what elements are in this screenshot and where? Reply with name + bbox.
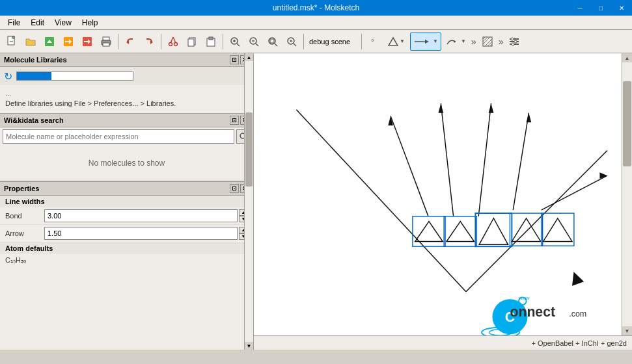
- canvas-area: C onnect .com www ▲ ▼ ◀ ▶ + OpenBabel + …: [254, 53, 632, 350]
- redo-button[interactable]: [140, 32, 158, 51]
- search-input[interactable]: [3, 129, 234, 144]
- title-bar: untitled.msk* - Molsketch ─ □ ✕: [0, 0, 632, 16]
- canvas-scrollbar-v[interactable]: ▲ ▼: [622, 53, 632, 335]
- define-libraries-text: Define libraries using File > Preference…: [5, 99, 176, 107]
- svg-line-46: [488, 42, 492, 46]
- molecule-libraries-header: Molecule Libraries ⊡ ✕: [0, 53, 253, 67]
- svg-point-16: [174, 42, 178, 46]
- svg-line-17: [171, 37, 173, 43]
- curved-arrow-button[interactable]: ▼: [442, 32, 469, 51]
- scroll-thumb-v: [245, 112, 253, 187]
- zoom-100-button[interactable]: [282, 32, 301, 51]
- menu-edit[interactable]: Edit: [25, 17, 49, 29]
- separator-2: [161, 34, 161, 49]
- drawing-canvas[interactable]: C onnect .com www: [254, 53, 622, 339]
- svg-rect-22: [209, 37, 213, 40]
- main-area: Molecule Libraries ⊡ ✕ ↻ ... Define libr…: [0, 53, 632, 350]
- define-text: ... Define libraries using File > Prefer…: [0, 85, 253, 113]
- v-scroll-up-button[interactable]: ▲: [622, 53, 632, 62]
- bond-label: Bond: [5, 212, 44, 220]
- molecule-svg: C onnect .com www: [254, 53, 622, 339]
- arrow-draw-button[interactable]: ▼: [410, 32, 441, 51]
- svg-text:.com: .com: [569, 309, 586, 318]
- v-scroll-down-button[interactable]: ▼: [622, 326, 632, 335]
- export-button[interactable]: [59, 32, 77, 51]
- scene-label: debug scene: [307, 38, 359, 46]
- wikidata-search-panel: Wi&kidata search ⊡ ✕ No molecules to sho…: [0, 114, 253, 181]
- cut-button[interactable]: [164, 32, 182, 51]
- arrow-right-button[interactable]: [78, 32, 96, 51]
- svg-marker-39: [425, 40, 429, 44]
- triangle-button[interactable]: ▼: [383, 32, 409, 51]
- svg-rect-1: [12, 36, 14, 38]
- svg-point-53: [512, 43, 514, 46]
- status-text: + OpenBabel + InChI + gen2d: [532, 339, 627, 347]
- loading-bar: ↻: [0, 67, 253, 85]
- left-panel-scrollbar[interactable]: ▲ ▼: [244, 53, 253, 350]
- arrow-input[interactable]: 1.50: [44, 227, 238, 240]
- settings-tool-button[interactable]: [505, 32, 523, 51]
- svg-rect-2: [10, 41, 13, 42]
- minimize-button[interactable]: ─: [570, 0, 590, 16]
- new-button[interactable]: [3, 32, 21, 51]
- svg-point-52: [514, 40, 517, 43]
- close-button[interactable]: ✕: [611, 0, 632, 16]
- left-panel: Molecule Libraries ⊡ ✕ ↻ ... Define libr…: [0, 53, 254, 350]
- mol-lib-restore-button[interactable]: ⊡: [230, 55, 239, 64]
- line-widths-label: Line widths: [0, 196, 253, 207]
- svg-rect-9: [103, 37, 109, 40]
- separator-4: [303, 34, 304, 49]
- bond-input[interactable]: 3.00: [44, 209, 238, 222]
- separator-5: [361, 34, 362, 49]
- svg-text:onnect: onnect: [510, 304, 555, 319]
- wikidata-search-header: Wi&kidata search ⊡ ✕: [0, 114, 253, 127]
- save-down-button[interactable]: [40, 32, 59, 51]
- scroll-down-arrow[interactable]: ▼: [245, 342, 253, 350]
- props-restore-button[interactable]: ⊡: [230, 184, 239, 193]
- menu-view[interactable]: View: [49, 17, 77, 29]
- loading-icon: ↻: [4, 70, 12, 83]
- undo-button[interactable]: [121, 32, 139, 51]
- atom-defaults-label: Atom defaults: [0, 242, 253, 254]
- hatch-button[interactable]: [478, 32, 497, 51]
- svg-point-51: [511, 38, 514, 40]
- arrow-row: Arrow 1.50 ▲ ▼: [0, 225, 253, 242]
- menu-file[interactable]: File: [3, 17, 25, 29]
- svg-rect-41: [483, 37, 492, 46]
- v-scroll-thumb[interactable]: [623, 81, 631, 166]
- svg-rect-56: [259, 53, 617, 339]
- svg-line-26: [237, 44, 240, 46]
- svg-rect-20: [188, 39, 194, 46]
- wiki-restore-button[interactable]: ⊡: [230, 116, 239, 125]
- svg-line-18: [173, 37, 176, 43]
- svg-line-31: [275, 44, 277, 46]
- scroll-up-arrow[interactable]: ▲: [245, 53, 253, 61]
- bond-row: Bond 3.00 ▲ ▼: [0, 207, 253, 225]
- progress-fill: [17, 72, 51, 80]
- separator-3: [223, 34, 223, 49]
- menu-help[interactable]: Help: [77, 17, 103, 29]
- more-tools-icon[interactable]: »: [471, 36, 476, 47]
- svg-line-29: [256, 44, 258, 46]
- svg-text:www: www: [518, 295, 530, 301]
- molecule-libraries-panel: Molecule Libraries ⊡ ✕ ↻ ... Define libr…: [0, 53, 253, 114]
- zoom-out-button[interactable]: [245, 32, 263, 51]
- zoom-in-button[interactable]: [226, 32, 244, 51]
- more-tools-2-icon[interactable]: »: [499, 36, 504, 47]
- print-button[interactable]: [97, 32, 115, 51]
- properties-title: Properties: [4, 185, 39, 192]
- arrow-label: Arrow: [5, 229, 44, 237]
- open-button[interactable]: [21, 32, 40, 51]
- atom-formula: C₁₅H₃₀: [0, 254, 253, 266]
- title-text: untitled.msk* - Molsketch: [273, 3, 359, 12]
- degree-button[interactable]: °: [364, 32, 383, 51]
- svg-marker-37: [389, 38, 398, 46]
- toolbar: debug scene ° ▼ ▼ ▼ »: [0, 30, 632, 53]
- paste-button[interactable]: [202, 32, 220, 51]
- svg-rect-11: [103, 43, 109, 46]
- maximize-button[interactable]: □: [590, 0, 611, 16]
- copy-button[interactable]: [183, 32, 201, 51]
- zoom-fit-button[interactable]: [264, 32, 282, 51]
- svg-text:°: °: [371, 38, 374, 47]
- svg-point-15: [169, 42, 172, 46]
